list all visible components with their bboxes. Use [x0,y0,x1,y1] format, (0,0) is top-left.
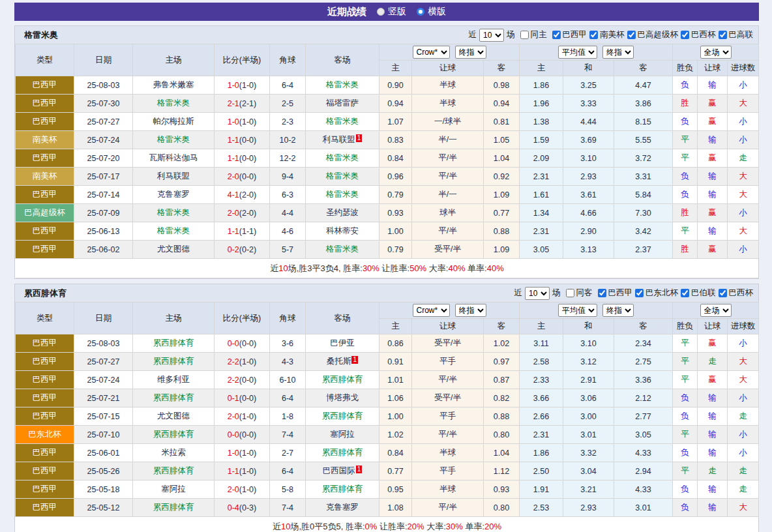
team-name[interactable]: 巴伊亚 [330,338,355,347]
league-checkbox[interactable] [627,31,636,39]
team-name[interactable]: 格雷米奥 [326,244,359,254]
league-filters: 巴西甲南美杯巴高超级杯巴西杯巴高联 [550,29,754,40]
avg-draw-odds-cell: 2.90 [563,222,614,241]
team-name[interactable]: 塞阿拉 [330,430,355,439]
team-name[interactable]: 帕尔梅拉斯 [153,117,194,126]
score-cell: 4-1(2-0) [215,186,270,204]
league-filter[interactable]: 巴高超级杯 [625,29,679,40]
date-cell: 25-05-12 [74,499,133,517]
average-select[interactable]: 平均值 [558,304,597,317]
league-filter[interactable]: 巴西甲 [550,29,587,40]
horizontal-radio-label: 横版 [428,6,446,18]
team-name[interactable]: 格雷米奥 [326,117,359,126]
team-cell: 累西腓体育 [306,407,379,426]
result-cell: 负 [673,186,698,204]
date-cell: 25-05-26 [74,462,133,480]
corner-cell: 4-6 [270,222,306,241]
team-name[interactable]: 格雷米奥 [326,153,359,162]
same-venue-filter[interactable]: 同主 [518,29,547,40]
bookmaker-select[interactable]: Crow* [413,304,450,317]
team-name[interactable]: 米拉索 [161,448,186,457]
same-venue-checkbox[interactable] [566,289,574,297]
team-name[interactable]: 格雷米奥 [326,190,359,199]
team-name[interactable]: 累西腓体育 [322,375,363,384]
team-name[interactable]: 瓦斯科达伽马 [149,153,198,162]
scope-select[interactable]: 全场 [700,304,732,317]
vertical-radio-label: 竖版 [388,6,406,18]
league-checkbox[interactable] [719,289,727,297]
goals-result-cell: 小 [728,334,759,353]
team-name[interactable]: 福塔雷萨 [326,98,359,108]
final-odds-select-asian[interactable]: 终指 [455,304,486,317]
league-type-cell: 巴西甲 [16,186,74,204]
date-cell: 25-07-17 [74,168,133,186]
same-venue-checkbox[interactable] [520,31,529,39]
handicap-home-odds-cell: 1.00 [379,222,412,241]
team-name[interactable]: 累西腓体育 [153,503,194,512]
team-name[interactable]: 克鲁塞罗 [157,190,190,199]
team-name[interactable]: 格雷米奥 [157,135,190,144]
team-name[interactable]: 克鲁塞罗 [326,503,359,512]
avg-draw-odds-cell: 3.12 [563,353,614,371]
team-name[interactable]: 尤文图德 [157,244,190,254]
team-name[interactable]: 累西腓体育 [153,357,194,366]
team-name[interactable]: 博塔弗戈 [326,393,359,402]
final-odds-select-euro[interactable]: 终指 [602,304,634,317]
team-cell: 科林蒂安 [306,222,379,241]
league-filter[interactable]: 巴西杯 [678,29,716,40]
league-filter[interactable]: 巴西甲 [595,288,633,299]
handicap-away-odds-cell: 0.77 [484,204,520,222]
team-name[interactable]: 累西腓体育 [322,411,363,421]
team-name[interactable]: 弗鲁米嫩塞 [153,80,194,89]
team-name[interactable]: 利马联盟 [157,171,190,181]
scope-select[interactable]: 全场 [700,46,732,59]
team-name[interactable]: 格雷米奥 [326,80,359,89]
team-name[interactable]: 维多利亚 [157,375,190,384]
team-name[interactable]: 累西腓体育 [153,466,194,475]
avg-win-odds-cell: 2.66 [520,407,563,426]
league-filter[interactable]: 巴高联 [716,29,754,40]
league-filter[interactable]: 巴伯联 [678,288,716,299]
team-name[interactable]: 格雷米奥 [157,226,190,235]
team-name[interactable]: 累西腓体育 [153,393,194,402]
team-name[interactable]: 累西腓体育 [153,430,194,439]
team-name-title: 格雷米奥 [24,29,58,41]
league-filter[interactable]: 巴西杯 [716,288,754,299]
vertical-radio[interactable]: 竖版 [377,6,406,18]
horizontal-radio[interactable]: 横版 [417,6,446,18]
league-checkbox[interactable] [552,31,561,39]
team-name[interactable]: 科林蒂安 [326,226,359,235]
league-checkbox[interactable] [681,289,689,297]
league-filter[interactable]: 南美杯 [587,29,625,40]
team-name[interactable]: 格雷米奥 [326,171,359,181]
league-filter-label: 巴东北杯 [646,288,678,299]
team-name[interactable]: 圣约瑟波 [326,208,359,217]
result-cell: 胜 [673,241,698,259]
final-odds-select-asian[interactable]: 终指 [455,46,486,59]
team-name[interactable]: 利马联盟 [323,135,355,144]
league-checkbox[interactable] [598,289,606,297]
titlebar: 近期战绩 竖版 横版 [14,3,759,21]
team-name[interactable]: 累西腓体育 [153,338,194,347]
bookmaker-select[interactable]: Crow* [413,46,450,59]
league-checkbox[interactable] [589,31,598,39]
team-name[interactable]: 桑托斯 [327,357,351,366]
team-name[interactable]: 塞阿拉 [161,484,186,494]
handicap-away-odds-cell: 0.98 [484,76,520,95]
team-name[interactable]: 格雷米奥 [157,208,190,217]
team-name[interactable]: 累西腓体育 [322,484,363,494]
final-odds-select-euro[interactable]: 终指 [602,46,634,59]
same-venue-filter[interactable]: 同客 [563,288,593,299]
average-select[interactable]: 平均值 [558,46,597,59]
match-row: 巴西甲25-05-12累西腓体育0-4(0-3)7-4克鲁塞罗1.08平/半0.… [16,499,759,517]
league-checkbox[interactable] [681,31,689,39]
league-filter[interactable]: 巴东北杯 [632,288,678,299]
team-name[interactable]: 巴西国际 [323,466,355,475]
near-count-select[interactable]: 10 [525,287,550,300]
team-name[interactable]: 累西腓体育 [322,448,363,457]
league-checkbox[interactable] [719,31,727,39]
near-count-select[interactable]: 10 [479,29,504,42]
team-name[interactable]: 尤文图德 [157,411,190,421]
league-checkbox[interactable] [635,289,644,297]
team-name[interactable]: 格雷米奥 [157,98,190,108]
